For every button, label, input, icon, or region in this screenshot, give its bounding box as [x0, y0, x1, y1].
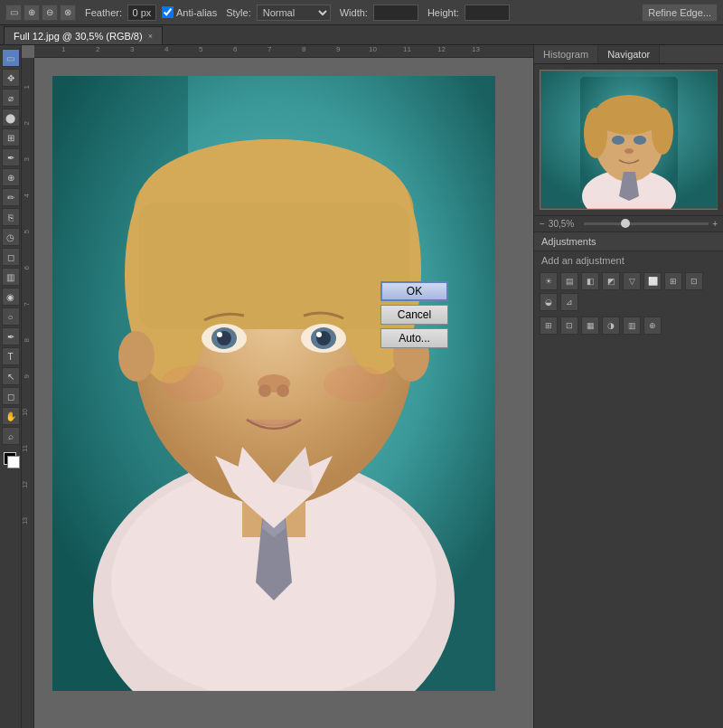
svg-point-38 — [652, 108, 673, 155]
intersect-selection-icon[interactable]: ⊗ — [60, 5, 76, 21]
tool-eyedropper[interactable]: ✒ — [2, 148, 20, 166]
tool-type[interactable]: T — [2, 347, 20, 365]
svg-point-27 — [324, 365, 387, 402]
tab-close-icon[interactable]: × — [148, 32, 153, 41]
bw-icon[interactable]: ⊡ — [685, 272, 703, 290]
tool-brush[interactable]: ✏ — [2, 188, 20, 206]
main-toolbar: ▭ ⊕ ⊖ ⊗ Feather: Anti-alias Style: Norma… — [0, 0, 723, 25]
auto-button[interactable]: Auto... — [380, 328, 448, 348]
tool-gradient[interactable]: ▥ — [2, 268, 20, 286]
antialias-label[interactable]: Anti-alias — [162, 6, 217, 18]
tool-healing[interactable]: ⊕ — [2, 168, 20, 186]
svg-point-26 — [161, 365, 224, 402]
tab-bar: Full 12.jpg @ 30,5% (RGB/8) × — [0, 25, 723, 45]
canvas-inner — [34, 58, 533, 728]
histogram-tab[interactable]: Histogram — [534, 45, 598, 63]
svg-point-39 — [612, 136, 624, 145]
hsl-icon[interactable]: ⬜ — [643, 272, 662, 290]
adjustments-title: Adjustments — [541, 236, 596, 247]
tool-hand[interactable]: ✋ — [2, 407, 20, 425]
brightness-contrast-icon[interactable]: ☀ — [540, 272, 558, 290]
vibrance-icon[interactable]: ▽ — [623, 272, 641, 290]
tool-rectangle-select[interactable]: ▭ — [2, 49, 20, 67]
add-selection-icon[interactable]: ⊕ — [23, 5, 40, 21]
right-panel: Histogram Navigator — [533, 45, 723, 728]
tool-eraser[interactable]: ◻ — [2, 248, 20, 266]
tool-move[interactable]: ✥ — [2, 69, 20, 87]
ok-button[interactable]: OK — [380, 281, 448, 301]
tool-pen[interactable]: ✒ — [2, 327, 20, 345]
height-label: Height: — [427, 7, 459, 18]
navigator-preview — [540, 70, 718, 210]
exposure-icon[interactable]: ◩ — [602, 272, 620, 290]
feather-label: Feather: — [85, 7, 122, 18]
style-select[interactable]: Normal Fixed Ratio Fixed Size — [257, 5, 331, 21]
tool-dodge[interactable]: ○ — [2, 307, 20, 326]
tool-quick-select[interactable]: ⬤ — [2, 109, 20, 127]
refine-edge-button[interactable]: Refine Edge... — [642, 4, 718, 22]
svg-point-40 — [634, 136, 646, 145]
tool-zoom[interactable]: ⌕ — [2, 427, 20, 445]
main-area: ▭ ✥ ⌀ ⬤ ⊞ ✒ ⊕ ✏ ⎘ ◷ ◻ ▥ ◉ ○ ✒ T ↖ ◻ ✋ ⌕ … — [0, 45, 723, 728]
zoom-slider[interactable] — [584, 222, 709, 225]
add-adjustment-label: Add an adjustment — [534, 251, 723, 269]
photo-canvas — [52, 76, 495, 691]
adjustment-icons: ☀ ▤ ◧ ◩ ▽ ⬜ ⊞ ⊡ ◒ ⊿ — [534, 269, 723, 314]
threshold-icon[interactable]: ◑ — [602, 317, 620, 335]
curves-icon[interactable]: ◧ — [581, 272, 599, 290]
gradient-map-icon[interactable]: ▥ — [623, 317, 641, 335]
color-balance-icon[interactable]: ⊞ — [664, 272, 682, 290]
invert-icon[interactable]: ⊡ — [560, 317, 578, 335]
panel-tabs: Histogram Navigator — [534, 45, 723, 64]
adjustments-panel: Adjustments Add an adjustment ☀ ▤ ◧ ◩ ▽ … — [534, 232, 723, 728]
tool-lasso[interactable]: ⌀ — [2, 89, 20, 107]
feather-input[interactable] — [127, 5, 156, 21]
new-selection-icon[interactable]: ▭ — [5, 5, 22, 21]
svg-point-13 — [118, 331, 155, 382]
foreground-background-colors[interactable] — [2, 450, 20, 468]
tools-panel: ▭ ✥ ⌀ ⬤ ⊞ ✒ ⊕ ✏ ⎘ ◷ ◻ ▥ ◉ ○ ✒ T ↖ ◻ ✋ ⌕ — [0, 45, 22, 728]
vertical-ruler: 1 2 3 4 5 6 7 8 9 10 11 12 13 — [22, 58, 34, 728]
antialias-checkbox[interactable] — [162, 6, 174, 18]
posterize-icon[interactable]: ▦ — [581, 317, 599, 335]
zoom-value: 30,5% — [549, 219, 580, 229]
cancel-button[interactable]: Cancel — [380, 305, 448, 325]
tab-filename: Full 12.jpg @ 30,5% (RGB/8) — [14, 31, 143, 42]
height-input[interactable] — [465, 5, 510, 21]
subtract-selection-icon[interactable]: ⊖ — [42, 5, 58, 21]
zoom-in-icon[interactable]: + — [712, 219, 718, 229]
tool-path-select[interactable]: ↖ — [2, 367, 20, 385]
document-tab[interactable]: Full 12.jpg @ 30,5% (RGB/8) × — [4, 26, 163, 44]
tool-clone[interactable]: ⎘ — [2, 208, 20, 226]
tool-shape[interactable]: ◻ — [2, 387, 20, 405]
zoom-thumb[interactable] — [621, 219, 630, 228]
svg-point-22 — [316, 332, 322, 337]
tool-blur[interactable]: ◉ — [2, 288, 20, 306]
svg-point-21 — [217, 332, 222, 337]
navigator-zoom-bar: − 30,5% + — [534, 215, 723, 232]
tool-crop[interactable]: ⊞ — [2, 128, 20, 147]
canvas-container: 1 2 3 4 5 6 7 8 9 10 11 12 13 1 2 3 4 5 … — [22, 45, 533, 728]
horizontal-ruler: 1 2 3 4 5 6 7 8 9 10 11 12 13 — [34, 45, 533, 58]
photo-filter-icon[interactable]: ◒ — [540, 293, 558, 311]
svg-point-25 — [277, 384, 289, 397]
svg-point-41 — [624, 148, 634, 154]
channel-mixer-icon[interactable]: ⊿ — [560, 293, 578, 311]
svg-point-24 — [258, 384, 271, 397]
style-label: Style: — [226, 7, 251, 18]
selective-color-icon[interactable]: ⊕ — [643, 317, 662, 335]
adjustments-header: Adjustments — [534, 232, 723, 251]
width-input[interactable] — [373, 5, 418, 21]
tool-history[interactable]: ◷ — [2, 228, 20, 246]
zoom-out-icon[interactable]: − — [540, 219, 545, 229]
navigator-tab[interactable]: Navigator — [598, 45, 660, 63]
levels-icon[interactable]: ▤ — [560, 272, 578, 290]
svg-rect-12 — [138, 203, 409, 329]
dialog-buttons: OK Cancel Auto... — [380, 281, 448, 348]
adjustment-icons-row2: ⊞ ⊡ ▦ ◑ ▥ ⊕ — [534, 314, 723, 337]
tool-icons: ▭ ⊕ ⊖ ⊗ — [5, 5, 76, 21]
svg-point-37 — [584, 108, 607, 158]
width-label: Width: — [340, 7, 368, 18]
color-lookup-icon[interactable]: ⊞ — [540, 317, 558, 335]
